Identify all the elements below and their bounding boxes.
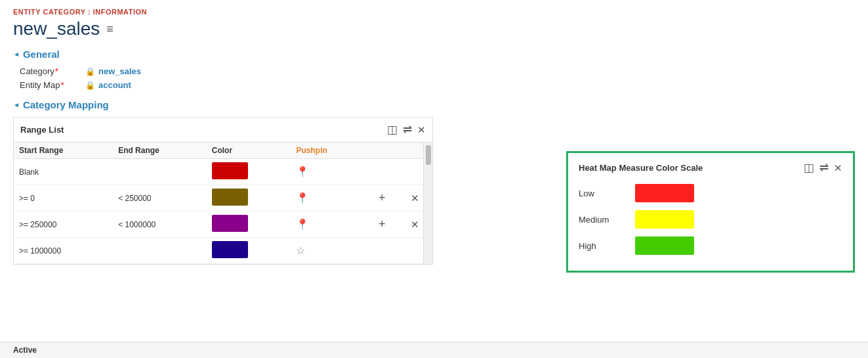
pushpin-cell: 📍: [291, 185, 366, 212]
range-list-header: Range List ◫ ⇌ ✕: [14, 118, 432, 143]
color-swatch[interactable]: [212, 215, 248, 232]
entity-title-text: new_sales: [13, 18, 100, 39]
col-color: Color: [207, 143, 291, 159]
heatmap-row-high: High: [579, 236, 842, 255]
category-mapping-label: Category Mapping: [23, 99, 109, 110]
scrollbar[interactable]: [423, 143, 432, 264]
table-row: >= 1000000 ☆: [14, 238, 432, 264]
table-row: >= 250000 < 1000000 📍 + ✕: [14, 212, 432, 238]
end-range-cell: < 1000000: [113, 212, 207, 238]
start-range-cell: >= 1000000: [14, 238, 113, 264]
general-section-header: General: [13, 49, 855, 60]
entity-title-row: new_sales ≡: [13, 18, 855, 39]
end-range-cell: [113, 159, 207, 185]
pushpin-cell: ☆: [291, 238, 366, 264]
heatmap-close-icon[interactable]: ✕: [834, 162, 842, 174]
category-lock-icon: 🔒: [85, 67, 95, 76]
heatmap-label-medium: Medium: [579, 215, 625, 225]
add-cell[interactable]: +: [366, 212, 398, 238]
category-label: Category*: [20, 66, 85, 76]
pushpin-icon: 📍: [296, 219, 309, 230]
color-swatch[interactable]: [212, 241, 248, 258]
range-list-table-wrapper: Start Range End Range Color Pushpin Blan…: [14, 143, 432, 264]
heatmap-label-high: High: [579, 241, 625, 251]
heatmap-color-high[interactable]: [635, 236, 694, 255]
category-value: 🔒 new_sales: [85, 66, 141, 76]
heatmap-row-low: Low: [579, 184, 842, 202]
pushpin-cell: 📍: [291, 212, 366, 238]
heatmap-save-icon[interactable]: ◫: [804, 161, 814, 175]
add-cell[interactable]: +: [366, 185, 398, 212]
add-cell: [366, 159, 398, 185]
general-section-label: General: [23, 49, 60, 60]
end-range-cell: [113, 238, 207, 264]
range-list-actions: ◫ ⇌ ✕: [387, 123, 426, 137]
color-cell: [207, 238, 291, 264]
end-range-cell: < 250000: [113, 185, 207, 212]
col-action1: [366, 143, 398, 159]
range-table: Start Range End Range Color Pushpin Blan…: [14, 143, 432, 264]
heatmap-color-low[interactable]: [635, 184, 694, 202]
heatmap-color-medium[interactable]: [635, 210, 694, 229]
entity-map-label: Entity Map*: [20, 80, 85, 90]
general-fields: Category* 🔒 new_sales Entity Map* 🔒 acco…: [20, 66, 855, 90]
status-label: Active: [13, 346, 37, 355]
pushpin-icon: 📍: [296, 166, 309, 177]
entity-category-label: ENTITY CATEGORY : INFORMATION: [13, 8, 855, 16]
bottom-status-bar: Active: [0, 342, 868, 358]
pushpin-icon: 📍: [296, 192, 309, 204]
category-field-row: Category* 🔒 new_sales: [20, 66, 855, 76]
heatmap-header: Heat Map Measure Color Scale ◫ ⇌ ✕: [579, 161, 842, 175]
table-row: Blank 📍: [14, 159, 432, 185]
color-swatch[interactable]: [212, 189, 248, 206]
entity-map-value: 🔒 account: [85, 80, 131, 90]
entity-map-field-row: Entity Map* 🔒 account: [20, 80, 855, 90]
col-end-range: End Range: [113, 143, 207, 159]
page-container: ENTITY CATEGORY : INFORMATION new_sales …: [0, 0, 868, 358]
range-list-container: Range List ◫ ⇌ ✕ Start Range End Range C…: [13, 117, 433, 265]
range-table-header-row: Start Range End Range Color Pushpin: [14, 143, 432, 159]
hamburger-icon[interactable]: ≡: [106, 22, 114, 36]
heatmap-panel: Heat Map Measure Color Scale ◫ ⇌ ✕ Low M…: [566, 151, 855, 273]
heatmap-row-medium: Medium: [579, 210, 842, 229]
range-list-shuffle-icon[interactable]: ⇌: [403, 123, 412, 137]
scroll-thumb: [426, 145, 431, 165]
entity-category-prefix: ENTITY CATEGORY: [13, 8, 85, 16]
color-cell: [207, 159, 291, 185]
pushpin-cell: 📍: [291, 159, 366, 185]
table-row: >= 0 < 250000 📍 + ✕: [14, 185, 432, 212]
heatmap-label-low: Low: [579, 189, 625, 198]
category-mapping-section-header: Category Mapping: [13, 99, 855, 110]
color-cell: [207, 185, 291, 212]
range-list-save-icon[interactable]: ◫: [387, 123, 398, 137]
entity-category-separator: :: [85, 8, 93, 16]
entity-category-name: INFORMATION: [93, 8, 147, 16]
col-pushpin: Pushpin: [291, 143, 366, 159]
heatmap-title: Heat Map Measure Color Scale: [579, 163, 703, 173]
heatmap-actions: ◫ ⇌ ✕: [804, 161, 842, 175]
heatmap-shuffle-icon[interactable]: ⇌: [819, 161, 829, 175]
color-swatch[interactable]: [212, 162, 248, 179]
start-range-cell: >= 250000: [14, 212, 113, 238]
start-range-cell: >= 0: [14, 185, 113, 212]
color-cell: [207, 212, 291, 238]
start-range-cell: Blank: [14, 159, 113, 185]
range-list-close-icon[interactable]: ✕: [417, 124, 426, 136]
pushpin-empty-icon: ☆: [296, 245, 305, 256]
add-cell: [366, 238, 398, 264]
range-list-title: Range List: [20, 125, 64, 135]
entity-map-lock-icon: 🔒: [85, 81, 95, 90]
col-start-range: Start Range: [14, 143, 113, 159]
